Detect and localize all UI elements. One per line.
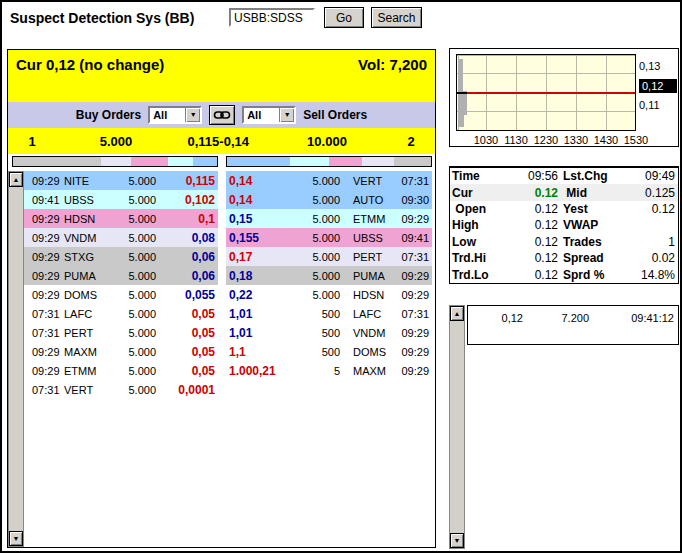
depth-bar-segment — [362, 157, 395, 166]
quote-label: Low — [450, 235, 504, 249]
participant-name: HDSN — [346, 289, 392, 301]
ask-row[interactable]: 0,175.000PERT07:31 — [226, 247, 432, 266]
buy-filter-select[interactable]: All ▼ — [148, 106, 202, 124]
quote-value: 0.12 — [504, 218, 558, 232]
link-buy-sell-button[interactable] — [209, 105, 235, 125]
order-qty: 5.000 — [290, 251, 346, 263]
order-price: 0,115 — [166, 174, 218, 188]
bid-row[interactable]: 07:31VERT5.0000,0001 — [24, 380, 218, 399]
search-button[interactable]: Search — [371, 7, 422, 28]
chain-link-icon — [213, 109, 231, 121]
ask-row[interactable]: 0,155.000ETMM09:29 — [226, 209, 432, 228]
ask-row[interactable]: 0,145.000AUTO09:30 — [226, 190, 432, 209]
ask-row[interactable]: 0,145.000VERT07:31 — [226, 171, 432, 190]
scroll-up-icon[interactable]: ▲ — [9, 172, 23, 187]
y-axis-tick: 0,11 — [639, 99, 660, 111]
order-time: 09:29 — [24, 289, 64, 301]
order-qty: 5.000 — [290, 175, 346, 187]
order-qty: 5.000 — [112, 232, 166, 244]
order-price: 0,17 — [226, 250, 290, 264]
chevron-down-icon[interactable]: ▼ — [185, 108, 200, 122]
quote-label: Trd.Lo — [450, 268, 504, 282]
ask-row[interactable]: 1,1500DOMS09:29 — [226, 342, 432, 361]
bid-table: 09:29NITE5.0000,11509:41UBSS5.0000,10209… — [24, 171, 218, 399]
bid-row[interactable]: 07:31PERT5.0000,05 — [24, 323, 218, 342]
ask-row[interactable]: 0,1555.000UBSS09:41 — [226, 228, 432, 247]
scroll-up-icon[interactable]: ▲ — [450, 306, 464, 321]
order-qty: 5.000 — [290, 213, 346, 225]
quote-value: 09:56 — [504, 169, 558, 183]
order-time: 09:29 — [24, 346, 64, 358]
trade-row[interactable]: 0,127.20009:41:12 — [468, 309, 678, 326]
page-title: Suspect Detection Sys (BB) — [10, 10, 194, 26]
quote-value: 14.8% — [620, 268, 678, 282]
order-time: 07:31 — [24, 308, 64, 320]
bid-row[interactable]: 09:29HDSN5.0000,1 — [24, 209, 218, 228]
scroll-down-icon[interactable]: ▼ — [450, 533, 464, 548]
ask-row[interactable]: 1.000,215MAXM09:29 — [226, 361, 432, 380]
x-axis-tick: 1130 — [501, 134, 531, 146]
quote-info-row: Cur0.12 Mid0.125 — [450, 184, 678, 200]
volume-text: Vol: 7,200 — [358, 56, 427, 73]
order-price: 0,102 — [166, 193, 218, 207]
depth-bar-segment — [394, 157, 431, 166]
ask-row[interactable]: 0,225.000HDSN09:29 — [226, 285, 432, 304]
quote-value: 09:49 — [620, 169, 678, 183]
chevron-down-icon[interactable]: ▼ — [279, 108, 294, 122]
order-book-scrollbar[interactable]: ▲ ▼ — [8, 171, 24, 547]
participant-name: PERT — [64, 327, 112, 339]
participant-name: AUTO — [346, 194, 392, 206]
trade-price: 0,12 — [468, 312, 523, 324]
trades-list: 0,127.20009:41:12 — [467, 305, 679, 345]
bid-row[interactable]: 09:29ETMM5.0000,05 — [24, 361, 218, 380]
symbol-input[interactable] — [229, 8, 315, 27]
order-price: 0,05 — [166, 345, 218, 359]
order-price: 0,14 — [226, 174, 290, 188]
scroll-down-icon[interactable]: ▼ — [9, 531, 23, 546]
ask-row[interactable]: 1,01500VNDM09:29 — [226, 323, 432, 342]
go-button[interactable]: Go — [324, 7, 364, 28]
order-qty: 5.000 — [290, 270, 346, 282]
order-price: 0,055 — [166, 288, 218, 302]
participant-name: STXG — [64, 251, 112, 263]
x-axis-ticks: 103011301230133014301530 — [456, 134, 656, 147]
participant-name: HDSN — [64, 213, 112, 225]
order-qty: 5.000 — [112, 175, 166, 187]
bid-row[interactable]: 09:29PUMA5.0000,06 — [24, 266, 218, 285]
best-bid: 0,115 — [176, 134, 219, 149]
quote-value: 0.125 — [620, 186, 678, 200]
bid-row[interactable]: 09:41UBSS5.0000,102 — [24, 190, 218, 209]
order-time: 09:29 — [24, 251, 64, 263]
order-qty: 5.000 — [112, 308, 166, 320]
bid-row[interactable]: 09:29STXG5.0000,06 — [24, 247, 218, 266]
bid-row[interactable]: 07:31LAFC5.0000,05 — [24, 304, 218, 323]
y-axis-tick: 0,13 — [639, 60, 660, 72]
participant-name: MAXM — [346, 365, 392, 377]
quote-value: 0.12 — [504, 186, 558, 200]
intraday-chart-plot — [456, 54, 636, 131]
bid-row[interactable]: 09:29VNDM5.0000,08 — [24, 228, 218, 247]
participant-name: VNDM — [64, 232, 112, 244]
order-qty: 5.000 — [112, 365, 166, 377]
quote-label: Open — [450, 202, 504, 216]
sell-filter-select[interactable]: All ▼ — [242, 106, 296, 124]
best-ask: 0,14 — [224, 134, 267, 149]
ask-row[interactable]: 1,01500LAFC07:31 — [226, 304, 432, 323]
ask-row[interactable]: 0,185.000PUMA09:29 — [226, 266, 432, 285]
trades-scrollbar[interactable]: ▲ ▼ — [449, 305, 465, 549]
order-time: 09:29 — [392, 289, 432, 301]
quote-label: Trd.Hi — [450, 251, 504, 265]
bid-row[interactable]: 09:29DOMS5.0000,055 — [24, 285, 218, 304]
order-qty: 5.000 — [290, 232, 346, 244]
bid-row[interactable]: 09:29MAXM5.0000,05 — [24, 342, 218, 361]
quote-label: Time — [450, 169, 504, 183]
order-time: 09:30 — [392, 194, 432, 206]
quote-label: Lst.Chg — [558, 169, 620, 183]
bid-row[interactable]: 09:29NITE5.0000,115 — [24, 171, 218, 190]
order-price: 1,01 — [226, 307, 290, 321]
depth-bar-segment — [13, 157, 101, 166]
depth-bar-segment — [168, 157, 192, 166]
quote-value: 1 — [620, 235, 678, 249]
participant-name: VERT — [64, 384, 112, 396]
quote-label: Trades — [558, 235, 620, 249]
